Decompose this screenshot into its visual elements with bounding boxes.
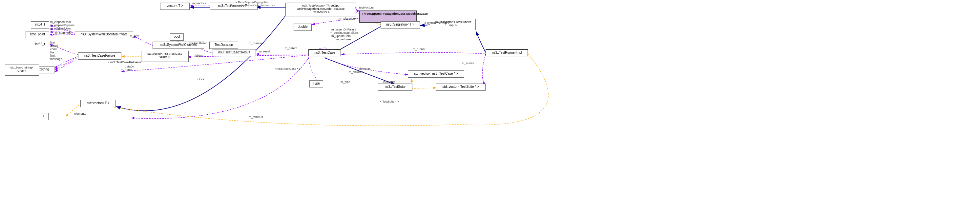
label-m-elapsed-user: m_elapsedUser <box>50 27 71 30</box>
label-m-vectors: m_vectors <box>192 2 206 5</box>
node-ns3-testcasefailure: ns3::TestCaseFailure <box>78 52 121 60</box>
node-timepoint: time_point <box>25 31 49 38</box>
label-m-type: m_type <box>340 80 350 84</box>
label-m-suites: m_suites <box>462 62 474 65</box>
label-m-test-vectors: m_testVectors <box>355 6 374 9</box>
node-int32t: int32_t <box>31 41 49 48</box>
label-m-name: m_name <box>121 68 132 71</box>
label-m-elapsed-system: m_elapsedSystem <box>50 24 75 27</box>
label-m-assert-on-failure: m_assertOnFailure <box>331 28 356 31</box>
diagram-container: ThreeGppUmiPropagationLoss ModelTestCase… <box>0 0 980 210</box>
node-ns3-testrunnerimpl: ns3::TestRunnerImpl <box>485 49 528 56</box>
label-ns3-testcase-ptr: < ns3::TestCase * > <box>275 67 301 70</box>
label-m-runner: m_runner <box>413 47 426 51</box>
node-testduration: TestDuration <box>209 42 238 49</box>
node-ns3-systemwallclockms-private: ns3::SystemWallClockMsPrivate <box>75 31 133 38</box>
label-ns3-testcasefailure: < ns3::TestCaseFailure > <box>108 61 140 64</box>
label-m-start-time: m_startTime <box>55 31 72 35</box>
label-m-verbose: m_verbose <box>336 38 351 41</box>
label-file: file <box>50 51 54 54</box>
node-stdvector-t: std::vector< T > <box>80 100 116 107</box>
node-ns3-testvectors-threegpp: ns3::TestVectors< ThreeGppUmiPropagation… <box>285 3 356 16</box>
node-int64t: int64_t <box>31 21 49 28</box>
label-elements3: elements <box>383 80 395 84</box>
label-children-failed: childrenFailed <box>189 42 207 45</box>
label-m-elapsed-real: m_elapsedReal <box>50 20 71 24</box>
node-ns3-testcase: ns3::TestCase <box>309 49 341 56</box>
label-testsuite-ptr: < TestSuite * > <box>380 100 399 103</box>
label-elements: elements <box>359 67 371 70</box>
label-limit: limit <box>50 54 56 57</box>
label-m-update-data: m_updateData <box>331 35 351 38</box>
label-actual: actual <box>50 44 58 47</box>
node-ns3-singleton-t: ns3::Singleton< T > <box>380 21 420 28</box>
node-bool: bool <box>170 33 184 41</box>
label-m-duration: m_duration <box>249 42 264 45</box>
label-clock: clock <box>197 77 204 81</box>
node-vector-t: vector< T > <box>160 3 189 10</box>
label-cond: cond <box>50 47 57 51</box>
node-T: T <box>39 113 49 120</box>
label-m-priv: m_priv <box>130 35 139 38</box>
node-ns3-testsuite: ns3::TestSuite <box>378 84 412 91</box>
label-threegpp-testvector: < ThreeGppUmiPropagationLossModelTestCas… <box>235 1 275 8</box>
label-m-tolerance: m_tolerance <box>339 17 355 20</box>
label-line: line <box>50 41 55 44</box>
label-message: message <box>50 57 62 61</box>
node-stdvector-ns3-testcasefailure: std::vector< ns3::TestCasefailure > <box>141 51 189 62</box>
label-m-children: m_children <box>349 70 363 74</box>
label-m-temp-dir: m_tempDir <box>249 115 263 118</box>
node-ns3-singleton-testrunnerimpl: ns3::Singleton< TestRunnerImpl > <box>430 19 476 30</box>
label-m-data-dir: m_dataDir <box>121 65 135 68</box>
node-double: double <box>294 24 312 31</box>
node-type: Type <box>309 80 323 87</box>
label-failure: failure <box>194 54 203 57</box>
arrows-svg <box>0 0 980 210</box>
label-testrunnerimpl: < TestRunnerImpl > <box>424 21 450 25</box>
label-m-parent: m_parent <box>285 47 297 50</box>
label-elements-stdvectort: elements <box>74 112 86 115</box>
label-m-continue-on-failure: m_continueOnFailure <box>330 31 358 35</box>
node-ns3-testcase-result: ns3::TestCase::Result <box>213 49 256 56</box>
node-stdvector-testsuite-ptr: std::vector< TestSuite * > <box>436 84 485 91</box>
node-stdvector-ns3-testcase-ptr: std::vector< ns3::TestCase * > <box>408 70 464 77</box>
label-m-result: m_result <box>259 50 270 53</box>
node-stdbasicstring-char: std::basic_string<Char > <box>5 65 39 76</box>
